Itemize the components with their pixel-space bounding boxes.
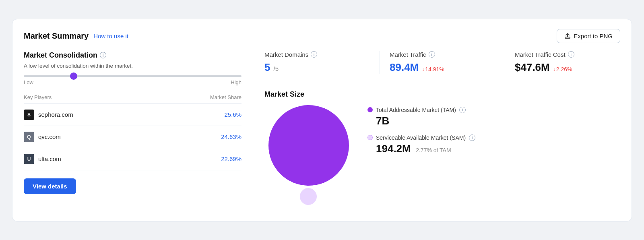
- card-body: Market Consolidation i A low level of co…: [24, 51, 620, 210]
- market-size-bubble-chart: [264, 105, 353, 210]
- metric-label: Market Traffic Cost i: [515, 51, 620, 58]
- metric-main-value: 5: [264, 61, 270, 74]
- player-name-cell: S sephora.com: [24, 103, 157, 126]
- slider-track: [24, 75, 242, 77]
- metric-info-icon[interactable]: i: [568, 51, 574, 58]
- consolidation-title: Market Consolidation i: [24, 51, 242, 60]
- slider-low-label: Low: [24, 79, 33, 85]
- metric-value: $47.6M ↓2.26%: [515, 61, 620, 74]
- tam-label-row: Total Addressable Market (TAM) i: [367, 107, 475, 113]
- metrics-row: Market Domains i 5 /5 Market Traffic i 8…: [264, 51, 620, 82]
- arrow-down-icon: ↓: [422, 66, 424, 72]
- player-domain: sephora.com: [38, 111, 73, 118]
- metric-label: Market Domains i: [264, 51, 370, 58]
- sam-info-icon[interactable]: i: [469, 134, 475, 141]
- right-panel: Market Domains i 5 /5 Market Traffic i 8…: [253, 51, 620, 210]
- player-share: 25.6%: [157, 103, 242, 126]
- metric-sub: /5: [273, 65, 279, 72]
- how-to-link[interactable]: How to use it: [93, 33, 128, 39]
- table-row: U ulta.com 22.69%: [24, 148, 242, 170]
- slider-labels: Low High: [24, 79, 242, 85]
- tam-dot: [367, 107, 373, 112]
- metric-change: ↓2.26%: [553, 66, 572, 72]
- metric-value: 5 /5: [264, 61, 370, 74]
- metric-value: 89.4M ↓14.91%: [390, 61, 495, 74]
- col-key-players: Key Players: [24, 94, 157, 104]
- market-size-section: Market Size Total Addressable Market (TA…: [264, 90, 620, 210]
- player-name-cell: U ulta.com: [24, 148, 157, 170]
- player-share: 24.63%: [157, 126, 242, 148]
- title-group: Market Summary How to use it: [24, 31, 128, 41]
- table-row: S sephora.com 25.6%: [24, 103, 242, 126]
- slider-thumb[interactable]: [70, 72, 77, 80]
- market-size-content: Total Addressable Market (TAM) i 7B Serv…: [264, 105, 620, 210]
- consolidation-slider[interactable]: [24, 75, 242, 77]
- metric-main-value: 89.4M: [390, 61, 419, 74]
- sam-dot: [367, 135, 373, 140]
- sam-sub: 2.77% of TAM: [416, 147, 451, 153]
- metric-block-2: Market Traffic Cost i $47.6M ↓2.26%: [505, 51, 620, 74]
- player-domain: qvc.com: [38, 133, 61, 140]
- consolidation-desc: A low level of consolidation within the …: [24, 63, 242, 69]
- tam-bubble: [268, 105, 349, 186]
- metric-block-1: Market Traffic i 89.4M ↓14.91%: [380, 51, 505, 74]
- tam-label: Total Addressable Market (TAM): [376, 107, 456, 113]
- export-button-label: Export to PNG: [574, 33, 613, 39]
- metric-label: Market Traffic i: [390, 51, 495, 58]
- player-logo: Q: [24, 132, 34, 142]
- arrow-down-icon: ↓: [553, 66, 555, 72]
- card-header: Market Summary How to use it Export to P…: [24, 29, 620, 43]
- sam-bubble: [299, 187, 318, 206]
- table-row: Q qvc.com 24.63%: [24, 126, 242, 148]
- left-panel: Market Consolidation i A low level of co…: [24, 51, 253, 210]
- market-size-title: Market Size: [264, 90, 620, 99]
- view-details-button[interactable]: View details: [24, 178, 76, 194]
- player-domain: ulta.com: [38, 155, 61, 162]
- sam-label-row: Serviceable Available Market (SAM) i: [367, 134, 475, 141]
- sam-legend-item: Serviceable Available Market (SAM) i 194…: [367, 134, 475, 155]
- sam-value: 194.2M: [376, 143, 411, 155]
- metric-change: ↓14.91%: [422, 66, 444, 72]
- market-size-legend: Total Addressable Market (TAM) i 7B Serv…: [367, 105, 475, 162]
- consolidation-info-icon[interactable]: i: [100, 52, 106, 58]
- sam-value-row: 194.2M 2.77% of TAM: [367, 143, 475, 155]
- sam-label: Serviceable Available Market (SAM): [376, 134, 466, 141]
- metric-main-value: $47.6M: [515, 61, 550, 74]
- player-name-cell: Q qvc.com: [24, 126, 157, 148]
- col-market-share: Market Share: [157, 94, 242, 104]
- market-summary-card: Market Summary How to use it Export to P…: [12, 19, 632, 221]
- player-logo: U: [24, 154, 34, 164]
- key-players-table: Key Players Market Share S sephora.com 2…: [24, 94, 242, 170]
- metric-block-0: Market Domains i 5 /5: [264, 51, 380, 74]
- metric-info-icon[interactable]: i: [429, 51, 435, 58]
- export-button[interactable]: Export to PNG: [557, 29, 620, 43]
- export-icon: [564, 33, 571, 39]
- tam-legend-item: Total Addressable Market (TAM) i 7B: [367, 107, 475, 127]
- player-share: 22.69%: [157, 148, 242, 170]
- page-title: Market Summary: [24, 31, 89, 41]
- tam-info-icon[interactable]: i: [459, 107, 466, 113]
- player-logo: S: [24, 110, 34, 120]
- tam-value-row: 7B: [367, 115, 475, 127]
- svg-rect-0: [565, 37, 570, 38]
- metric-info-icon[interactable]: i: [311, 51, 317, 58]
- slider-high-label: High: [231, 79, 242, 85]
- tam-value: 7B: [376, 115, 389, 127]
